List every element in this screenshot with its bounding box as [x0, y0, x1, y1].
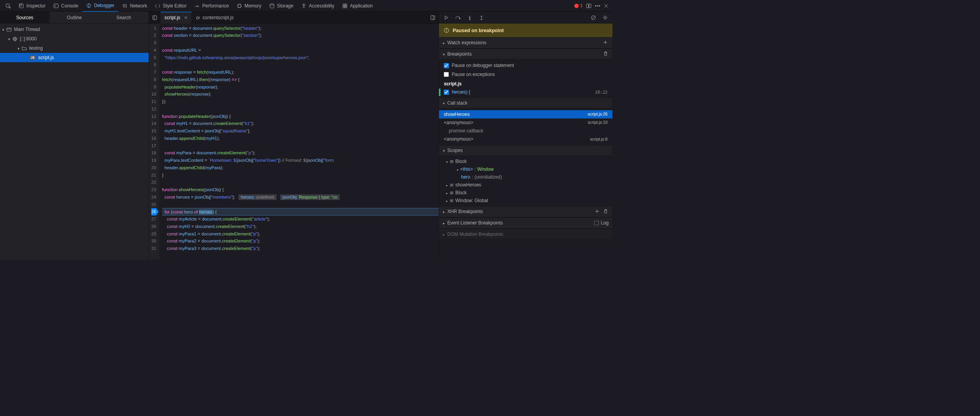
code-editor[interactable]: 1234567891011121314151617181920212223242… [149, 24, 439, 260]
chevron-right-icon [443, 40, 445, 46]
svg-point-17 [597, 5, 598, 6]
option-checkbox[interactable] [444, 63, 449, 68]
stack-frame[interactable]: <anonymous>script.js:10 [439, 119, 613, 127]
watch-expressions-header[interactable]: Watch expressions [439, 37, 613, 49]
resume-button[interactable] [441, 12, 452, 23]
debugger-settings-button[interactable] [600, 12, 611, 23]
log-events-toggle[interactable]: Log [595, 221, 609, 226]
toggle-sources-panel-button[interactable] [149, 12, 161, 24]
svg-line-30 [592, 16, 595, 19]
callstack-header[interactable]: Call stack [439, 98, 613, 109]
breakpoints-body: Pause on debugger statementPause on exce… [439, 60, 613, 98]
tab-application[interactable]: Application [338, 0, 377, 12]
tab-debugger[interactable]: Debugger [82, 0, 118, 12]
breakpoint-checkbox[interactable] [444, 90, 449, 95]
scope-block[interactable]: showHeroes [439, 181, 613, 189]
sources-tab-outline[interactable]: Outline [49, 12, 99, 23]
svg-point-34 [446, 29, 447, 29]
add-xhr-breakpoint-button[interactable] [594, 209, 600, 214]
error-icon [574, 4, 579, 8]
callstack-body: showHeroesscript.js:26<anonymous>script.… [439, 109, 613, 145]
breakpoint-marker [439, 89, 441, 96]
dom-breakpoints-header[interactable]: DOM Mutation Breakpoints [439, 229, 613, 240]
tab-performance[interactable]: Performance [190, 0, 233, 12]
code-body[interactable]: const header = document.querySelector("h… [160, 24, 439, 260]
breakpoints-header[interactable]: Breakpoints [439, 49, 613, 60]
svg-rect-2 [19, 4, 21, 6]
watch-title: Watch expressions [447, 40, 600, 46]
svg-point-31 [604, 16, 606, 18]
stack-frame[interactable]: <anonymous>script.js:8 [439, 135, 613, 143]
line-gutter[interactable]: 1234567891011121314151617181920212223242… [149, 24, 160, 260]
network-icon [122, 3, 128, 9]
sources-tab-sources[interactable]: Sources [0, 12, 49, 23]
js-file-icon: JS [29, 56, 36, 60]
tab-style-editor[interactable]: Style Editor [151, 0, 191, 12]
file-row[interactable]: JS script.js [0, 53, 148, 62]
svg-rect-10 [343, 4, 344, 5]
breakpoint-option[interactable]: Pause on debugger statement [439, 61, 613, 70]
close-tab-button[interactable] [184, 15, 188, 20]
more-tools-button[interactable] [595, 5, 600, 7]
event-breakpoints-header[interactable]: Event Listener Breakpoints Log [439, 217, 613, 229]
sources-tab-search[interactable]: Search [99, 12, 148, 23]
origin-row[interactable]: [::]:8000 [0, 34, 148, 44]
dock-mode-button[interactable] [586, 3, 591, 9]
event-title: Event Listener Breakpoints [447, 221, 592, 226]
pick-element-button[interactable] [2, 0, 15, 12]
deactivate-breakpoints-button[interactable] [588, 12, 599, 23]
tab-console[interactable]: Console [49, 0, 82, 12]
chevron-icon [446, 190, 448, 196]
tab-storage[interactable]: Storage [265, 0, 297, 12]
editor-tab[interactable]: script.js [161, 12, 192, 24]
scope-block[interactable]: Block [439, 189, 613, 197]
callstack-title: Call stack [447, 100, 609, 106]
toggle-sidebar-button[interactable] [427, 12, 439, 24]
chevron-icon [446, 198, 448, 204]
tab-memory[interactable]: Memory [233, 0, 265, 12]
close-devtools-button[interactable] [604, 3, 609, 8]
scope-block[interactable]: Window: Global [439, 197, 613, 205]
chevron-down-icon [443, 100, 445, 106]
error-count-badge[interactable]: 1 [574, 3, 582, 8]
info-icon [444, 28, 449, 33]
dom-title: DOM Mutation Breakpoints [447, 232, 609, 237]
folder-row[interactable]: testing [0, 43, 148, 53]
step-out-button[interactable] [476, 12, 487, 23]
thread-row[interactable]: Main Thread [0, 25, 148, 34]
scopes-header[interactable]: Scopes [439, 145, 613, 156]
tab-inspector[interactable]: Inspector [15, 0, 50, 12]
svg-rect-19 [7, 28, 11, 31]
xhr-breakpoints-header[interactable]: XHR Breakpoints [439, 206, 613, 217]
remove-all-breakpoints-button[interactable] [603, 51, 609, 57]
breakpoint-item[interactable]: heroes) { 26:22 [439, 89, 613, 96]
breakpoints-title: Breakpoints [447, 51, 600, 57]
option-checkbox[interactable] [444, 72, 449, 77]
tab-network[interactable]: Network [118, 0, 151, 12]
file-label: script.js [38, 55, 54, 60]
scope-variable[interactable]: hero: (uninitialized) [439, 174, 613, 181]
scope-block[interactable]: Block [439, 158, 613, 166]
svg-point-8 [270, 4, 274, 5]
editor-tab-bar: script.jscontentscript.js [149, 12, 439, 24]
memory-icon [237, 3, 242, 9]
extension-icon [196, 15, 200, 20]
pause-message: Paused on breakpoint [453, 27, 504, 33]
step-over-button[interactable] [453, 12, 464, 23]
scope-variable[interactable]: <this>: Window [439, 166, 613, 174]
application-icon [342, 3, 348, 9]
add-watch-button[interactable] [602, 40, 609, 45]
sources-tree: Main Thread [::]:8000 testing JS script.… [0, 24, 148, 260]
remove-xhr-breakpoints-button[interactable] [603, 209, 609, 214]
chevron-down-icon [443, 51, 445, 57]
stack-frame[interactable]: showHeroesscript.js:26 [439, 110, 613, 118]
step-in-button[interactable] [465, 12, 476, 23]
breakpoint-option[interactable]: Pause on exceptions [439, 70, 613, 79]
svg-point-18 [599, 5, 600, 6]
svg-point-9 [303, 4, 304, 5]
tab-accessibility[interactable]: Accessibility [297, 0, 338, 12]
editor-tab[interactable]: contentscript.js [192, 12, 238, 24]
folder-icon [22, 46, 27, 50]
chevron-icon [446, 183, 448, 188]
debugger-sidebar: Paused on breakpoint Watch expressions B… [439, 12, 613, 260]
